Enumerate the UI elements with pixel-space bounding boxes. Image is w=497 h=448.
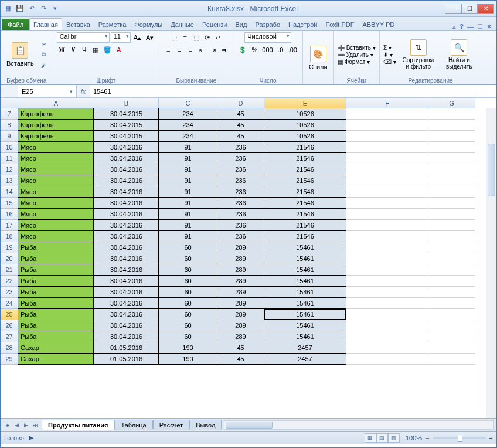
excel-icon[interactable]: ▦ [3,4,13,14]
zoom-thumb[interactable] [458,435,462,442]
cell[interactable]: 289 [217,242,264,253]
cell[interactable]: 30.04.2016 [94,287,159,298]
cell[interactable]: 30.04.2016 [94,309,159,320]
scrollbar-thumb[interactable] [488,144,495,196]
ribbon-tab-1[interactable]: Вставка [62,18,94,30]
window-restore-icon[interactable]: ☐ [477,23,483,30]
cell[interactable]: 289 [217,276,264,287]
cell[interactable]: 01.05.2016 [94,342,159,354]
view-layout-icon[interactable]: ▤ [376,433,388,443]
cell[interactable]: 30.04.2016 [94,198,159,209]
cell[interactable] [428,309,475,320]
cell[interactable]: 91 [159,198,217,209]
cell[interactable]: Мясо [18,231,94,242]
cell[interactable]: Мясо [18,175,94,186]
ribbon-minimize-icon[interactable]: ▵ [452,23,456,30]
cell[interactable]: 21546 [264,175,346,186]
cell[interactable]: 45 [217,342,264,354]
sheet-tab[interactable]: Вывод [189,420,222,430]
cell[interactable]: 30.04.2016 [94,220,159,231]
ribbon-tab-7[interactable]: Разрабо [251,18,284,30]
row-header[interactable]: 17 [1,220,18,231]
cell[interactable]: 234 [159,108,217,120]
cell[interactable] [346,164,428,175]
row-header[interactable]: 28 [1,342,18,354]
cell[interactable]: 60 [159,309,217,320]
delete-cells-button[interactable]: ➖Удалить ▾ [338,52,376,58]
cell[interactable]: Рыба [18,309,94,320]
ribbon-tab-5[interactable]: Рецензи [198,18,232,30]
cell[interactable]: 190 [159,342,217,354]
cell[interactable]: 21546 [264,186,346,198]
cell[interactable]: 30.04.2016 [94,175,159,186]
zoom-in-icon[interactable]: + [489,435,493,442]
cell[interactable] [346,331,428,342]
cell[interactable]: 21546 [264,198,346,209]
underline-button[interactable]: Ч [79,45,90,55]
cell[interactable] [346,231,428,242]
cell[interactable]: 60 [159,276,217,287]
cell[interactable]: Сахар [18,354,94,365]
sheet-tab[interactable]: Рассчет [153,420,190,430]
undo-icon[interactable]: ↶ [26,4,37,14]
cell[interactable]: 30.04.2016 [94,298,159,309]
cell[interactable]: 45 [217,354,264,365]
cell[interactable] [428,108,475,120]
font-size-combo[interactable]: 11 [111,32,131,43]
cell[interactable] [428,198,475,209]
cell[interactable]: 21546 [264,209,346,220]
cell[interactable]: Сахар [18,342,94,354]
ribbon-tab-3[interactable]: Формулы [130,18,166,30]
row-header[interactable]: 14 [1,186,18,198]
cell[interactable]: 15461 [264,298,346,309]
cell[interactable]: 15461 [264,287,346,298]
cell[interactable]: 91 [159,153,217,164]
col-header-C[interactable]: C [159,98,217,108]
cut-icon[interactable]: ✂ [39,39,49,49]
cell[interactable]: Картофель [18,131,94,142]
cell[interactable]: 190 [159,354,217,365]
row-header[interactable]: 18 [1,231,18,242]
cell[interactable]: 30.04.2016 [94,264,159,276]
cell[interactable]: 30.04.2015 [94,108,159,120]
cell[interactable]: 236 [217,220,264,231]
number-format-combo[interactable]: Числовой [244,32,291,43]
cell[interactable]: 30.04.2016 [94,276,159,287]
cell[interactable]: 30.04.2016 [94,331,159,342]
cell[interactable]: 15461 [264,253,346,264]
cell[interactable]: 10526 [264,131,346,142]
percent-icon[interactable]: % [249,45,260,55]
cell[interactable]: 91 [159,164,217,175]
cell[interactable]: 60 [159,298,217,309]
cell[interactable]: 91 [159,175,217,186]
cell[interactable] [428,242,475,253]
align-top-icon[interactable]: ⬚ [169,32,179,43]
cell[interactable]: 60 [159,320,217,331]
cell[interactable]: 236 [217,175,264,186]
cell[interactable] [346,242,428,253]
tab-first-icon[interactable]: ⏮ [3,422,11,428]
cell[interactable]: 91 [159,209,217,220]
cell[interactable] [346,298,428,309]
align-center-icon[interactable]: ≡ [174,45,185,55]
cell[interactable]: 2457 [264,342,346,354]
cell[interactable]: Рыба [18,242,94,253]
cell[interactable]: 60 [159,287,217,298]
cell[interactable]: Рыба [18,298,94,309]
cell[interactable]: 45 [217,131,264,142]
cell[interactable] [346,264,428,276]
cell[interactable]: 15461 [264,264,346,276]
align-bottom-icon[interactable]: ⬚ [191,32,202,43]
cell[interactable]: 15461 [264,309,346,320]
cell[interactable]: 30.04.2016 [94,209,159,220]
italic-button[interactable]: К [68,45,79,55]
dec-decimal-icon[interactable]: .00 [287,45,299,55]
font-color-icon[interactable]: A [114,45,124,55]
indent-inc-icon[interactable]: ⇥ [207,45,218,55]
view-normal-icon[interactable]: ▦ [365,433,376,443]
cell[interactable]: 236 [217,164,264,175]
orientation-icon[interactable]: ⟳ [202,32,213,43]
cell[interactable]: 234 [159,131,217,142]
ribbon-tab-9[interactable]: Foxit PDF [322,18,359,30]
tab-next-icon[interactable]: ▶ [22,422,30,428]
